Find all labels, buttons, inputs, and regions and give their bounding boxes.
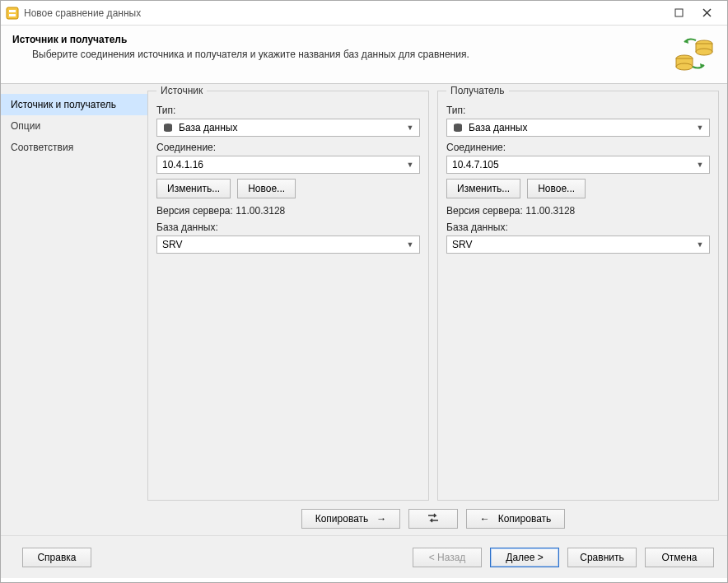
source-db-value: SRV [162, 239, 399, 250]
close-button[interactable] [693, 4, 721, 22]
next-button[interactable]: Далее > [490, 548, 559, 567]
button-label: Изменить... [457, 183, 510, 194]
chevron-down-icon: ▼ [404, 240, 416, 249]
chevron-down-icon: ▼ [404, 161, 416, 169]
button-label: Копировать [498, 513, 552, 525]
target-new-conn-button[interactable]: Новое... [527, 179, 586, 198]
button-label: < Назад [429, 552, 466, 563]
source-legend: Источник [156, 85, 207, 96]
target-group: Получатель Тип: База данных ▼ Соединение… [437, 91, 719, 501]
target-conn-combo[interactable]: 10.4.7.105 ▼ [446, 156, 710, 174]
sidebar-item-label: Опции [11, 120, 40, 132]
target-version-label: Версия сервера: [446, 205, 523, 217]
source-edit-conn-button[interactable]: Изменить... [156, 179, 231, 198]
target-legend: Получатель [446, 85, 509, 96]
wizard-footer: Справка < Назад Далее > Сравнить Отмена [1, 535, 727, 578]
sidebar-item-mappings[interactable]: Соответствия [1, 137, 147, 158]
chevron-down-icon: ▼ [404, 124, 416, 132]
database-icon [162, 122, 174, 133]
svg-rect-0 [7, 7, 18, 19]
copy-row: Копировать → ← Копировать [147, 501, 719, 535]
chevron-down-icon: ▼ [694, 124, 706, 132]
arrow-right-icon: → [376, 513, 386, 525]
source-version-label: Версия сервера: [156, 205, 233, 217]
titlebar: Новое сравнение данных [1, 1, 727, 26]
cancel-button[interactable]: Отмена [645, 548, 714, 567]
button-label: Копировать [315, 513, 369, 525]
wizard-header-text: Источник и получатель Выберите соединени… [12, 34, 663, 60]
svg-point-11 [696, 49, 712, 55]
source-version: Версия сервера: 11.00.3128 [156, 205, 420, 217]
source-db-label: База данных: [156, 222, 420, 233]
sidebar-item-label: Соответствия [11, 142, 73, 153]
copy-to-right-button[interactable]: Копировать → [301, 509, 400, 529]
target-version: Версия сервера: 11.00.3128 [446, 205, 710, 217]
wizard-title: Источник и получатель [12, 34, 663, 45]
source-conn-value: 10.4.1.16 [162, 159, 399, 170]
target-db-label: База данных: [446, 222, 710, 233]
button-label: Далее > [506, 552, 544, 563]
database-icon [452, 122, 464, 133]
help-button[interactable]: Справка [22, 548, 91, 567]
target-type-combo[interactable]: База данных ▼ [446, 119, 710, 137]
button-label: Изменить... [167, 183, 220, 194]
chevron-down-icon: ▼ [694, 240, 706, 249]
button-label: Новое... [538, 183, 575, 194]
app-icon [6, 7, 19, 20]
button-label: Новое... [248, 183, 285, 194]
wizard-body: Источник и получатель Опции Соответствия… [1, 84, 727, 535]
sidebar-item-source-target[interactable]: Источник и получатель [1, 94, 147, 115]
button-label: Отмена [661, 552, 697, 563]
target-db-value: SRV [452, 239, 689, 250]
target-db-combo[interactable]: SRV ▼ [446, 236, 710, 254]
source-db-combo[interactable]: SRV ▼ [156, 236, 420, 254]
source-group: Источник Тип: База данных ▼ Соединение: … [147, 91, 429, 501]
button-label: Справка [37, 552, 76, 563]
source-conn-buttons: Изменить... Новое... [156, 179, 420, 198]
sidebar-item-label: Источник и получатель [11, 99, 116, 110]
source-type-combo[interactable]: База данных ▼ [156, 119, 420, 137]
wizard-subtitle: Выберите соединения источника и получате… [12, 49, 663, 60]
svg-point-16 [164, 128, 172, 132]
panels-row: Источник Тип: База данных ▼ Соединение: … [147, 91, 719, 501]
source-version-value: 11.00.3128 [236, 205, 285, 217]
wizard-header: Источник и получатель Выберите соединени… [1, 26, 727, 84]
target-edit-conn-button[interactable]: Изменить... [446, 179, 520, 198]
swap-icon [427, 512, 440, 526]
swap-button[interactable] [408, 509, 458, 529]
panels: Источник Тип: База данных ▼ Соединение: … [147, 91, 719, 535]
svg-rect-3 [675, 9, 683, 16]
wizard-sidebar: Источник и получатель Опции Соответствия [1, 91, 147, 535]
source-conn-label: Соединение: [156, 142, 420, 153]
target-type-value: База данных [469, 122, 689, 133]
window-title: Новое сравнение данных [24, 7, 665, 19]
source-type-value: База данных [179, 122, 399, 133]
source-conn-combo[interactable]: 10.4.1.16 ▼ [156, 156, 420, 174]
button-label: Сравнить [580, 552, 623, 563]
target-conn-value: 10.4.7.105 [452, 159, 689, 170]
target-version-value: 11.00.3128 [525, 205, 575, 217]
compare-button[interactable]: Сравнить [567, 548, 637, 567]
chevron-down-icon: ▼ [694, 161, 706, 169]
maximize-button[interactable] [665, 4, 693, 22]
copy-to-left-button[interactable]: ← Копировать [466, 509, 565, 529]
svg-point-8 [676, 63, 693, 70]
source-type-label: Тип: [156, 105, 420, 116]
sidebar-item-options[interactable]: Опции [1, 115, 147, 137]
target-conn-buttons: Изменить... Новое... [446, 179, 710, 198]
svg-point-19 [454, 128, 462, 132]
svg-rect-2 [9, 14, 16, 16]
svg-rect-1 [9, 10, 16, 12]
target-type-label: Тип: [446, 105, 710, 116]
source-new-conn-button[interactable]: Новое... [237, 179, 296, 198]
target-conn-label: Соединение: [446, 142, 710, 153]
arrow-left-icon: ← [480, 513, 490, 525]
compare-db-icon [671, 34, 716, 73]
back-button[interactable]: < Назад [413, 548, 482, 567]
